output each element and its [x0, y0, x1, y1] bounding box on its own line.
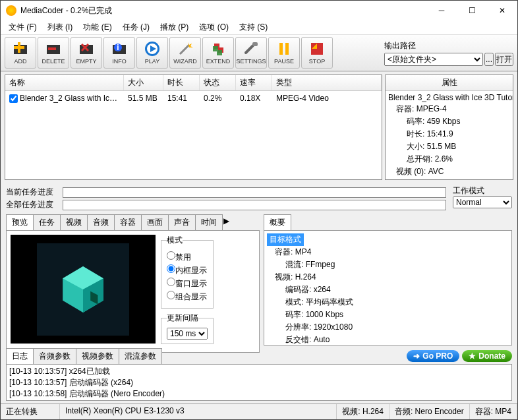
col-duration[interactable]: 时长 [163, 75, 200, 90]
extend-button[interactable]: EXTEND [202, 37, 234, 69]
col-status[interactable]: 状态 [200, 75, 236, 90]
output-path-label: 输出路径 [384, 40, 513, 51]
log-output[interactable]: [10-13 10:13:57] x264已加载 [10-13 10:13:57… [6, 364, 512, 401]
delete-button[interactable]: DELETE [38, 37, 69, 69]
right-tab-group: 概要 目标格式 容器: MP4 混流: FFmpeg 视频: H.264 编码器… [264, 214, 512, 345]
menu-support[interactable]: 支持 (S) [234, 20, 273, 34]
maximize-button[interactable]: ☐ [457, 1, 487, 20]
pause-button[interactable]: PAUSE [268, 37, 300, 69]
mode-inbox[interactable]: 内框显示 [167, 264, 208, 276]
status-state: 正在转换 [1, 404, 60, 419]
all-progress-label: 全部任务进度 [6, 199, 59, 210]
app-icon [6, 5, 16, 16]
col-size[interactable]: 大小 [124, 75, 163, 90]
delete-icon [45, 41, 61, 57]
col-name[interactable]: 名称 [5, 75, 124, 90]
donate-button[interactable]: ★Donate [462, 350, 512, 362]
tab-preview[interactable]: 预览 [6, 214, 34, 230]
preview-mode-group: 模式 禁用 内框显示 窗口显示 组合显示 [161, 235, 214, 309]
tab-container[interactable]: 容器 [114, 214, 142, 230]
workmode-select[interactable]: Normal [453, 196, 512, 208]
settings-button[interactable]: SETTINGS [235, 37, 267, 69]
svg-rect-2 [14, 46, 24, 49]
add-icon [13, 41, 28, 57]
tab-picture[interactable]: 画面 [141, 214, 169, 230]
tab-audio-params[interactable]: 音频参数 [33, 348, 76, 364]
wizard-button[interactable]: WIZARD [169, 37, 201, 69]
titlebar: MediaCoder - 0.2%已完成 ─ ☐ ✕ [1, 1, 517, 20]
properties-header: 属性 [386, 75, 513, 91]
mode-combo[interactable]: 组合显示 [167, 291, 208, 303]
menubar: 文件 (F) 列表 (I) 功能 (E) 任务 (J) 播放 (P) 选项 (O… [1, 20, 517, 35]
toolbar: ADD DELETE EMPTY iINFO PLAY WIZARD EXTEN… [1, 35, 517, 71]
menu-play[interactable]: 播放 (P) [155, 20, 194, 34]
menu-list[interactable]: 列表 (I) [42, 20, 78, 34]
play-icon [144, 41, 160, 57]
statusbar: 正在转换 Intel(R) Xeon(R) CPU E3-1230 v3 视频:… [1, 404, 517, 419]
progress-area: 当前任务进度 全部任务进度 工作模式 Normal [1, 183, 517, 214]
empty-button[interactable]: EMPTY [71, 37, 102, 69]
menu-options[interactable]: 选项 (O) [194, 20, 234, 34]
extend-icon [210, 41, 226, 57]
status-audio: 音频: Nero Encoder [389, 404, 470, 419]
workmode-label: 工作模式 [453, 185, 512, 196]
mode-window[interactable]: 窗口显示 [167, 278, 208, 289]
tab-time[interactable]: 时间 [195, 214, 223, 230]
table-row[interactable]: Blender 3_2 Glass with Ice 3D Tut... 51.… [5, 91, 382, 105]
output-path-select[interactable]: <原始文件夹> [384, 53, 483, 66]
svg-rect-4 [48, 47, 56, 50]
stop-icon [309, 41, 325, 57]
log-area: 日志 音频参数 视频参数 混流参数 ➜Go PRO ★Donate [10-13… [1, 348, 517, 404]
tab-audio[interactable]: 音频 [87, 214, 115, 230]
col-rate[interactable]: 速率 [236, 75, 272, 90]
tab-video-params[interactable]: 视频参数 [76, 348, 119, 364]
menu-file[interactable]: 文件 (F) [3, 20, 42, 34]
play-button[interactable]: PLAY [136, 37, 168, 69]
status-cpu: Intel(R) Xeon(R) CPU E3-1230 v3 [60, 404, 337, 419]
interval-select[interactable]: 150 ms [167, 328, 208, 340]
svg-text:i: i [117, 43, 119, 52]
current-progress-label: 当前任务进度 [6, 187, 59, 198]
row-checkbox[interactable] [9, 94, 18, 103]
summary-header: 目标格式 [267, 233, 304, 246]
browse-button[interactable]: ... [484, 53, 494, 66]
stop-button[interactable]: STOP [301, 37, 333, 69]
tab-sound[interactable]: 声音 [168, 214, 196, 230]
svg-rect-11 [252, 42, 258, 46]
menu-function[interactable]: 功能 (E) [78, 20, 117, 34]
info-button[interactable]: iINFO [103, 37, 135, 69]
minimize-button[interactable]: ─ [426, 1, 457, 20]
col-type[interactable]: 类型 [272, 75, 382, 90]
info-icon: i [111, 41, 127, 57]
tab-summary[interactable]: 概要 [264, 214, 291, 230]
window-title: MediaCoder - 0.2%已完成 [20, 5, 426, 16]
tab-mux-params[interactable]: 混流参数 [119, 348, 162, 364]
menu-task[interactable]: 任务 (J) [117, 20, 155, 34]
mode-disable[interactable]: 禁用 [167, 251, 208, 263]
tab-video[interactable]: 视频 [60, 214, 88, 230]
prop-file: Blender 3_2 Glass with Ice 3D Tutorial [388, 92, 510, 103]
add-button[interactable]: ADD [5, 37, 36, 69]
properties-panel: 属性 Blender 3_2 Glass with Ice 3D Tutoria… [385, 75, 513, 180]
tab-log[interactable]: 日志 [6, 348, 34, 364]
gopro-button[interactable]: ➜Go PRO [407, 350, 459, 362]
svg-rect-13 [285, 43, 289, 55]
table-header: 名称 大小 时长 状态 速率 类型 [5, 75, 382, 91]
wizard-icon [177, 41, 193, 57]
status-video: 视频: H.264 [337, 404, 389, 419]
preview-image [37, 243, 129, 336]
tab-task[interactable]: 任务 [33, 214, 61, 230]
open-button[interactable]: 打开 [495, 53, 513, 66]
tab-scroll-right[interactable]: ▶ [222, 214, 231, 230]
star-icon: ★ [469, 351, 476, 361]
output-path-group: 输出路径 <原始文件夹> ... 打开 [384, 40, 513, 66]
close-button[interactable]: ✕ [487, 1, 517, 20]
arrow-icon: ➜ [413, 351, 420, 361]
all-progress-bar [63, 200, 446, 210]
settings-icon [243, 41, 259, 57]
status-container: 容器: MP4 [470, 404, 517, 419]
left-tab-group: 预览 任务 视频 音频 容器 画面 声音 时间 ▶ [6, 214, 260, 345]
svg-rect-12 [279, 43, 283, 55]
interval-group: 更新间隔 150 ms [161, 313, 214, 344]
file-table: 名称 大小 时长 状态 速率 类型 Blender 3_2 Glass with… [5, 75, 382, 180]
